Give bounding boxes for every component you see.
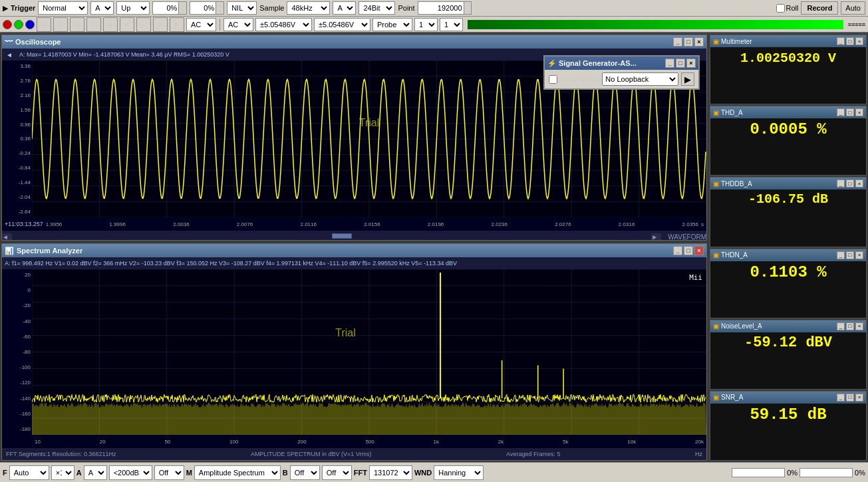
nil-select[interactable]: NIL bbox=[227, 1, 257, 15]
icon-btn-2[interactable]: ⊞ bbox=[53, 17, 68, 32]
x-axis-labels: 1.99561.99962.00362.00762.0116 2.01562.0… bbox=[46, 221, 698, 227]
icon-btn-6[interactable]: ⊕ bbox=[120, 17, 134, 32]
thdn-a-value: 0.1103 % bbox=[710, 261, 866, 284]
oscilloscope-panel: 〰 Oscilloscope _ □ × ◄ A: Max= 1.4187003… bbox=[1, 35, 707, 241]
probe-val2-select[interactable]: 1 bbox=[440, 18, 463, 31]
probe-val1-select[interactable]: 1 bbox=[414, 18, 438, 31]
ac-select2[interactable]: ACDC bbox=[223, 18, 253, 31]
thda-close[interactable]: × bbox=[855, 108, 863, 116]
noisea-maximize[interactable]: □ bbox=[846, 322, 854, 330]
noisea-close[interactable]: × bbox=[855, 322, 863, 330]
thddb-a-titlebar: ▣ THDDB_A _ □ × bbox=[710, 178, 866, 189]
wnd-select[interactable]: Hanning bbox=[434, 465, 484, 480]
voltage1-select[interactable]: ±5.05486V bbox=[255, 18, 312, 31]
progress-percent2: 0% bbox=[855, 469, 865, 477]
mm-close[interactable]: × bbox=[855, 37, 863, 45]
off-select1[interactable]: Off bbox=[154, 465, 184, 480]
percent2-down[interactable]: ▼ bbox=[216, 8, 223, 14]
roll-checkbox[interactable]: Roll bbox=[776, 4, 799, 13]
db-select[interactable]: <200dB> bbox=[109, 465, 152, 480]
time-unit: s bbox=[701, 221, 704, 227]
thddba-close[interactable]: × bbox=[855, 180, 863, 187]
point-down[interactable]: ▼ bbox=[464, 8, 472, 14]
trigger-mode-select[interactable]: NormalAutoSingle bbox=[38, 1, 88, 15]
fft-segments: FFT Segments:1 Resolution: 0.366211Hz bbox=[6, 451, 116, 457]
scroll-left-btn[interactable]: ◄ bbox=[2, 233, 12, 240]
snra-maximize[interactable]: □ bbox=[846, 394, 854, 402]
icon-btn-7[interactable]: ♪ bbox=[136, 17, 151, 32]
thdna-maximize[interactable]: □ bbox=[846, 251, 854, 259]
signal-gen-close[interactable]: × bbox=[686, 59, 696, 68]
percent2-up[interactable]: ▲ bbox=[216, 2, 223, 8]
spectrum-titlebar: 📊 Spectrum Analyzer _ □ × bbox=[2, 244, 706, 257]
x1-select[interactable]: ×1 bbox=[51, 465, 74, 480]
off-select3[interactable]: Off bbox=[322, 465, 352, 480]
thd-a-panel: ▣ THD_A _ □ × 0.0005 % bbox=[710, 106, 867, 176]
osc-close-btn[interactable]: × bbox=[694, 37, 704, 47]
bit-select[interactable]: 24Bit16Bit bbox=[359, 1, 395, 15]
y-label-8: -1.44 bbox=[3, 180, 31, 185]
roll-check[interactable] bbox=[776, 4, 785, 13]
channel-select[interactable]: AB bbox=[90, 1, 114, 15]
scroll-right-btn[interactable]: ► bbox=[651, 233, 661, 240]
status-blue bbox=[25, 20, 35, 29]
thda-maximize[interactable]: □ bbox=[846, 108, 854, 116]
snra-minimize[interactable]: _ bbox=[837, 394, 845, 402]
auto-button[interactable]: Auto bbox=[841, 1, 865, 15]
icon-btn-1[interactable]: ▦ bbox=[37, 17, 51, 32]
probe-select[interactable]: Probe bbox=[372, 18, 412, 31]
ac-select1[interactable]: ACDC bbox=[186, 18, 216, 31]
osc-xaxis-bar: +11:03:13.257 1.99561.99962.00362.00762.… bbox=[2, 217, 706, 231]
channel2-select[interactable]: AB bbox=[333, 1, 356, 15]
play-button[interactable]: ▶ bbox=[681, 72, 694, 86]
point-up[interactable]: ▲ bbox=[464, 2, 472, 8]
signal-gen-maximize[interactable]: □ bbox=[676, 59, 685, 68]
auto-select[interactable]: Auto bbox=[9, 465, 49, 480]
mm-minimize[interactable]: _ bbox=[837, 37, 845, 45]
spectrum-panel: 📊 Spectrum Analyzer _ □ × A: f1= 998.492… bbox=[1, 243, 707, 461]
thdna-close[interactable]: × bbox=[855, 251, 863, 259]
snra-close[interactable]: × bbox=[855, 394, 863, 402]
osc-bottom-bar: ◄ ► WAVEFORM bbox=[2, 231, 706, 240]
percent1-input[interactable]: 0% bbox=[152, 1, 179, 15]
osc-maximize-btn[interactable]: □ bbox=[684, 37, 693, 47]
thddba-minimize[interactable]: _ bbox=[837, 180, 845, 187]
fft-select[interactable]: 131072 bbox=[369, 465, 412, 480]
mode-select[interactable]: Amplitude Spectrum bbox=[194, 465, 281, 480]
spectrum-info-bar: A: f1= 998.492 Hz V1= 0.02 dBV f2= 366 m… bbox=[2, 257, 706, 269]
thdna-minimize[interactable]: _ bbox=[837, 251, 845, 259]
mm-maximize[interactable]: □ bbox=[846, 37, 854, 45]
scroll-thumb[interactable] bbox=[332, 233, 352, 239]
icon-btn-9[interactable]: ▶ bbox=[170, 17, 184, 32]
thda-minimize[interactable]: _ bbox=[837, 108, 845, 116]
osc-minimize-btn[interactable]: _ bbox=[673, 37, 682, 47]
signal-gen-minimize[interactable]: _ bbox=[665, 59, 674, 68]
spectrum-minimize-btn[interactable]: _ bbox=[673, 246, 682, 255]
icon-btn-4[interactable]: ≡ bbox=[86, 17, 101, 32]
off-select2[interactable]: Off bbox=[290, 465, 320, 480]
record-button[interactable]: Record bbox=[801, 1, 838, 15]
point-input[interactable]: 192000 bbox=[418, 1, 464, 15]
icon-btn-8[interactable]: ▷ bbox=[153, 17, 168, 32]
icon-btn-3[interactable]: ⊟ bbox=[70, 17, 84, 32]
thddb-a-value: -106.75 dB bbox=[710, 189, 866, 209]
voltage2-select[interactable]: ±5.05486V bbox=[314, 18, 370, 31]
direction-select[interactable]: UpDown bbox=[116, 1, 150, 15]
loopback-select[interactable]: No Loopback bbox=[602, 72, 678, 86]
percent1-down[interactable]: ▼ bbox=[179, 8, 186, 14]
thd-a-title: THD_A bbox=[721, 109, 743, 116]
time-label: +11:03:13.257 bbox=[5, 221, 43, 227]
percent2-input[interactable]: 0% bbox=[190, 1, 216, 15]
icon-btn-5[interactable]: ◈ bbox=[103, 17, 118, 32]
signal-gen-title: Signal Generator-AS... bbox=[559, 59, 637, 67]
percent1-up[interactable]: ▲ bbox=[179, 2, 186, 8]
channel-bottom-select[interactable]: A bbox=[84, 465, 107, 480]
b-label: B bbox=[283, 469, 288, 477]
spectrum-close-btn[interactable]: × bbox=[694, 246, 704, 255]
y-label-10: -2.64 bbox=[3, 209, 31, 215]
freq-select[interactable]: 48kHz44.1kHz96kHz bbox=[287, 1, 330, 15]
show-editor-checkbox[interactable] bbox=[549, 75, 557, 84]
noisea-minimize[interactable]: _ bbox=[837, 322, 845, 330]
thddba-maximize[interactable]: □ bbox=[846, 180, 854, 187]
spectrum-maximize-btn[interactable]: □ bbox=[684, 246, 693, 255]
